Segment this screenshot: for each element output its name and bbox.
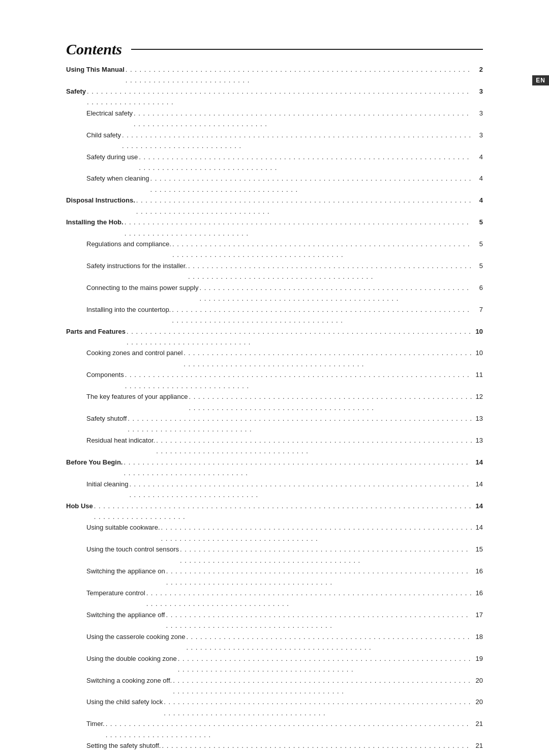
toc-row-safety: Safety . . . . . . . . . . . . . . . . .… — [66, 86, 483, 108]
toc-page-safety: 3 — [474, 86, 483, 97]
toc-page-installing-the-hob: 5 — [474, 217, 483, 227]
toc-label-cooking-zones: Cooking zones and control panel — [86, 347, 182, 358]
toc-dots-switching-zone-off: . . . . . . . . . . . . . . . . . . . . … — [173, 675, 473, 697]
toc-page-regulations: 5 — [474, 239, 483, 249]
toc-row-switching-zone-off: Switching a cooking zone off. . . . . . … — [66, 675, 483, 697]
toc-label-using-this-manual: Using This Manual — [66, 64, 125, 75]
toc-label-safety: Safety — [66, 86, 86, 97]
toc-page-key-features: 12 — [474, 391, 483, 402]
toc-page-initial-cleaning: 14 — [474, 479, 483, 489]
toc-label-using-suitable-cookware: Using suitable cookware. — [86, 522, 160, 533]
toc-row-safety-shutoff-setting: Setting the safety shutoff. . . . . . . … — [66, 740, 483, 756]
toc-dots-disposal-instructions: . . . . . . . . . . . . . . . . . . . . … — [136, 195, 473, 217]
toc-dots-regulations: . . . . . . . . . . . . . . . . . . . . … — [172, 239, 473, 260]
toc-page-safety-shutoff: 13 — [474, 413, 483, 424]
toc-row-key-features: The key features of your appliance . . .… — [66, 391, 483, 413]
toc-dots-touch-control-sensors: . . . . . . . . . . . . . . . . . . . . … — [180, 544, 473, 566]
toc-row-switching-on: Switching the appliance on . . . . . . .… — [66, 566, 483, 588]
toc-dots-using-suitable-cookware: . . . . . . . . . . . . . . . . . . . . … — [161, 522, 473, 544]
toc-row-hob-use: Hob Use . . . . . . . . . . . . . . . . … — [66, 501, 483, 522]
toc-dots-electrical-safety: . . . . . . . . . . . . . . . . . . . . … — [134, 108, 473, 130]
toc-row-before-you-begin: Before You Begin. . . . . . . . . . . . … — [66, 457, 483, 479]
toc-row-temperature-control: Temperature control . . . . . . . . . . … — [66, 588, 483, 609]
toc-row-child-safety-lock: Using the child safety lock . . . . . . … — [66, 696, 483, 718]
toc-row-child-safety: Child safety . . . . . . . . . . . . . .… — [66, 130, 483, 152]
toc-page-child-safety-lock: 20 — [474, 696, 483, 707]
toc-page-installing-countertop: 7 — [474, 304, 483, 315]
toc-dots-residual-heat: . . . . . . . . . . . . . . . . . . . . … — [156, 435, 473, 457]
toc-label-regulations: Regulations and compliance. — [86, 239, 171, 249]
toc-row-initial-cleaning: Initial cleaning . . . . . . . . . . . .… — [66, 479, 483, 501]
toc-label-parts-and-features: Parts and Features — [66, 326, 126, 337]
toc-page-using-this-manual: 2 — [474, 64, 483, 75]
toc-page-safety-shutoff-setting: 21 — [474, 740, 483, 751]
toc-page-timer: 21 — [474, 718, 483, 729]
toc-row-cooking-zones: Cooking zones and control panel . . . . … — [66, 347, 483, 369]
toc-dots-double-zone: . . . . . . . . . . . . . . . . . . . . … — [178, 653, 473, 675]
toc-label-components: Components — [86, 369, 124, 380]
toc-dots-switching-on: . . . . . . . . . . . . . . . . . . . . … — [166, 566, 473, 588]
toc-dots-parts-and-features: . . . . . . . . . . . . . . . . . . . . … — [127, 326, 473, 348]
toc-dots-safety: . . . . . . . . . . . . . . . . . . . . … — [87, 86, 473, 108]
toc-dots-child-safety-lock: . . . . . . . . . . . . . . . . . . . . … — [164, 696, 473, 718]
toc-row-connecting-mains: Connecting to the mains power supply . .… — [66, 282, 483, 304]
toc-label-timer: Timer. — [86, 718, 105, 729]
toc-dots-initial-cleaning: . . . . . . . . . . . . . . . . . . . . … — [129, 479, 473, 501]
en-badge: EN — [532, 75, 549, 85]
toc-dots-hob-use: . . . . . . . . . . . . . . . . . . . . … — [94, 501, 473, 522]
toc-page-double-zone: 19 — [474, 653, 483, 664]
toc-label-electrical-safety: Electrical safety — [86, 108, 133, 119]
toc-row-regulations: Regulations and compliance. . . . . . . … — [66, 239, 483, 260]
toc-dots-safety-instructions-installer: . . . . . . . . . . . . . . . . . . . . … — [188, 260, 473, 282]
toc-dots-safety-shutoff: . . . . . . . . . . . . . . . . . . . . … — [128, 413, 473, 435]
toc-label-key-features: The key features of your appliance — [86, 391, 188, 402]
contents-title: Contents — [66, 41, 122, 58]
toc-page-cooking-zones: 10 — [474, 347, 483, 358]
toc-dots-safety-during-use: . . . . . . . . . . . . . . . . . . . . … — [139, 152, 473, 173]
toc-label-initial-cleaning: Initial cleaning — [86, 479, 128, 489]
toc-label-disposal-instructions: Disposal Instructions. — [66, 195, 135, 206]
toc-dots-components: . . . . . . . . . . . . . . . . . . . . … — [125, 369, 473, 391]
toc-dots-casserole-zone: . . . . . . . . . . . . . . . . . . . . … — [186, 631, 473, 653]
toc-list: Using This Manual . . . . . . . . . . . … — [66, 64, 483, 756]
toc-label-installing-the-hob: Installing the Hob. — [66, 217, 124, 227]
toc-page-residual-heat: 13 — [474, 435, 483, 446]
toc-row-residual-heat: Residual heat indicator. . . . . . . . .… — [66, 435, 483, 457]
toc-page-temperature-control: 16 — [474, 588, 483, 598]
toc-page-parts-and-features: 10 — [474, 326, 483, 337]
toc-dots-child-safety: . . . . . . . . . . . . . . . . . . . . … — [122, 130, 473, 152]
toc-dots-cooking-zones: . . . . . . . . . . . . . . . . . . . . … — [184, 347, 473, 369]
toc-page-safety-when-cleaning: 4 — [474, 173, 483, 184]
toc-dots-key-features: . . . . . . . . . . . . . . . . . . . . … — [189, 391, 473, 413]
toc-row-casserole-zone: Using the casserole cooking zone . . . .… — [66, 631, 483, 653]
toc-row-installing-the-hob: Installing the Hob. . . . . . . . . . . … — [66, 217, 483, 239]
toc-page-hob-use: 14 — [474, 501, 483, 511]
title-line — [131, 49, 483, 50]
toc-label-safety-shutoff-setting: Setting the safety shutoff. — [86, 740, 161, 751]
toc-page-switching-off: 17 — [474, 609, 483, 620]
toc-label-installing-countertop: Installing into the countertop. — [86, 304, 171, 315]
toc-label-switching-off: Switching the appliance off — [86, 609, 165, 620]
toc-page-electrical-safety: 3 — [474, 108, 483, 119]
toc-label-safety-during-use: Safety during use — [86, 152, 138, 162]
toc-page-using-suitable-cookware: 14 — [474, 522, 483, 533]
toc-page-switching-zone-off: 20 — [474, 675, 483, 686]
toc-row-double-zone: Using the double cooking zone . . . . . … — [66, 653, 483, 675]
toc-page-touch-control-sensors: 15 — [474, 544, 483, 555]
toc-page-child-safety: 3 — [474, 130, 483, 140]
toc-dots-timer: . . . . . . . . . . . . . . . . . . . . … — [106, 718, 473, 740]
toc-label-child-safety: Child safety — [86, 130, 121, 140]
toc-page-safety-instructions-installer: 5 — [474, 260, 483, 271]
toc-row-touch-control-sensors: Using the touch control sensors . . . . … — [66, 544, 483, 566]
toc-row-safety-during-use: Safety during use . . . . . . . . . . . … — [66, 152, 483, 173]
page-wrapper: EN Contents Using This Manual . . . . . … — [0, 0, 549, 756]
toc-label-casserole-zone: Using the casserole cooking zone — [86, 631, 185, 642]
toc-row-using-this-manual: Using This Manual . . . . . . . . . . . … — [66, 64, 483, 86]
toc-dots-installing-countertop: . . . . . . . . . . . . . . . . . . . . … — [172, 304, 473, 326]
toc-label-touch-control-sensors: Using the touch control sensors — [86, 544, 179, 555]
toc-label-double-zone: Using the double cooking zone — [86, 653, 177, 664]
toc-page-safety-during-use: 4 — [474, 152, 483, 162]
toc-label-hob-use: Hob Use — [66, 501, 93, 511]
toc-dots-safety-when-cleaning: . . . . . . . . . . . . . . . . . . . . … — [150, 173, 473, 195]
toc-label-temperature-control: Temperature control — [86, 588, 145, 598]
